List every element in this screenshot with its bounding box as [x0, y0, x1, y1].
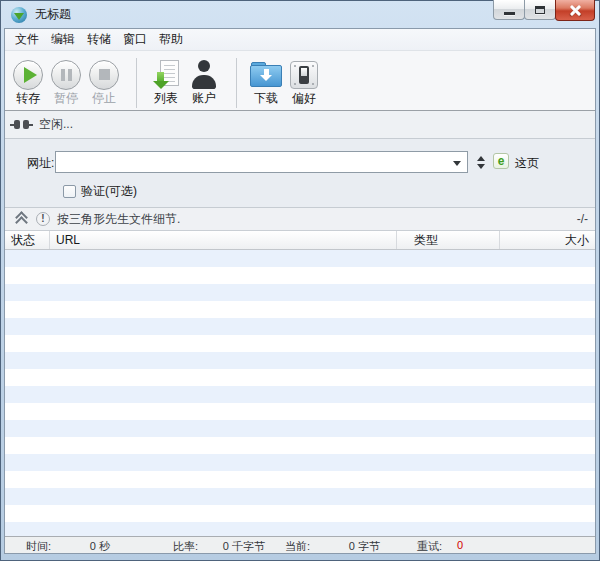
minimize-button[interactable] [493, 0, 525, 20]
list-button[interactable]: 列表 [147, 58, 185, 105]
url-stepper[interactable] [475, 152, 487, 172]
statusbar-time: 时间: 0 秒 [26, 539, 110, 554]
collapse-chevrons-icon[interactable] [14, 212, 28, 226]
download-button[interactable]: 下载 [247, 58, 285, 105]
browser-e-icon[interactable]: e [493, 153, 509, 169]
activity-status-text: 空闲... [39, 116, 73, 133]
maximize-icon [535, 6, 545, 14]
toolbar: 转存 暂停 停止 列表 [5, 51, 595, 111]
account-button[interactable]: 账户 [185, 58, 223, 105]
stop-icon [99, 69, 110, 80]
details-hint-text: 按三角形先生文件细节. [57, 211, 180, 228]
app-icon [11, 7, 27, 23]
url-combobox[interactable] [55, 151, 468, 173]
preferences-button[interactable]: 偏好 [285, 58, 323, 105]
details-bar: ! 按三角形先生文件细节. -/- [5, 207, 595, 231]
resume-button[interactable]: 转存 [9, 58, 47, 105]
list-label: 列表 [154, 91, 178, 105]
statusbar-retry: 重试: 0 [417, 539, 463, 554]
preferences-switch-icon [290, 61, 318, 89]
combo-dropdown-icon[interactable] [453, 161, 461, 166]
rate-value: 0 千字节 [223, 539, 265, 554]
menu-window[interactable]: 窗口 [117, 29, 153, 50]
statusbar: 时间: 0 秒 比率: 0 千字节 当前: 0 字节 重试: 0 [5, 536, 595, 553]
url-panel: 网址: e 这页 验证(可选) [5, 139, 595, 207]
verify-checkbox[interactable] [63, 185, 76, 198]
url-input[interactable] [57, 153, 451, 173]
time-label: 时间: [26, 539, 51, 554]
caption-buttons [493, 0, 595, 21]
toolbar-separator [136, 58, 137, 108]
preferences-label: 偏好 [292, 91, 316, 105]
menu-help[interactable]: 帮助 [153, 29, 189, 50]
table-header: 状态 URL 类型 大小 [5, 231, 595, 250]
activity-status-row: 空闲... [5, 111, 595, 139]
pause-button[interactable]: 暂停 [47, 58, 85, 105]
column-header-size[interactable]: 大小 [500, 231, 595, 249]
app-window: 无标题 文件 编辑 转储 窗口 帮助 转存 [0, 0, 600, 561]
list-document-icon [152, 60, 180, 90]
current-label: 当前: [285, 539, 310, 554]
play-icon [24, 67, 37, 83]
statusbar-current: 当前: 0 字节 [285, 539, 380, 554]
download-folder-icon [250, 61, 282, 89]
person-icon [191, 60, 217, 90]
account-label: 账户 [192, 91, 216, 105]
disconnected-plug-icon [10, 120, 33, 129]
verify-option-row: 验证(可选) [63, 183, 137, 200]
menu-file[interactable]: 文件 [9, 29, 45, 50]
url-label: 网址: [27, 155, 54, 172]
this-page-button[interactable]: 这页 [515, 155, 539, 172]
pause-label: 暂停 [54, 91, 78, 105]
statusbar-rate: 比率: 0 千字节 [173, 539, 265, 554]
table-body [5, 250, 595, 536]
pause-icon [61, 69, 72, 81]
column-header-url[interactable]: URL [50, 231, 397, 249]
menu-edit[interactable]: 编辑 [45, 29, 81, 50]
stepper-down-icon[interactable] [477, 164, 485, 169]
menubar: 文件 编辑 转储 窗口 帮助 [5, 29, 595, 51]
stop-label: 停止 [92, 91, 116, 105]
retry-label: 重试: [417, 539, 442, 554]
maximize-button[interactable] [524, 0, 556, 20]
toolbar-separator [236, 58, 237, 108]
rate-label: 比率: [173, 539, 198, 554]
details-counter: -/- [577, 212, 588, 226]
current-value: 0 字节 [349, 539, 380, 554]
client-area: 文件 编辑 转储 窗口 帮助 转存 暂停 停止 [4, 28, 596, 554]
column-header-status[interactable]: 状态 [5, 231, 50, 249]
close-button[interactable] [555, 0, 595, 21]
time-value: 0 秒 [90, 539, 110, 554]
close-icon [569, 4, 581, 16]
window-title: 无标题 [35, 6, 71, 23]
verify-checkbox-label: 验证(可选) [81, 183, 137, 200]
stepper-up-icon[interactable] [477, 156, 485, 161]
titlebar[interactable]: 无标题 [4, 1, 596, 28]
retry-value: 0 [457, 539, 463, 554]
stop-button[interactable]: 停止 [85, 58, 123, 105]
exclamation-icon: ! [36, 212, 50, 226]
download-label: 下载 [254, 91, 278, 105]
resume-label: 转存 [16, 91, 40, 105]
column-header-type[interactable]: 类型 [397, 231, 500, 249]
minimize-icon [504, 12, 515, 15]
menu-dump[interactable]: 转储 [81, 29, 117, 50]
